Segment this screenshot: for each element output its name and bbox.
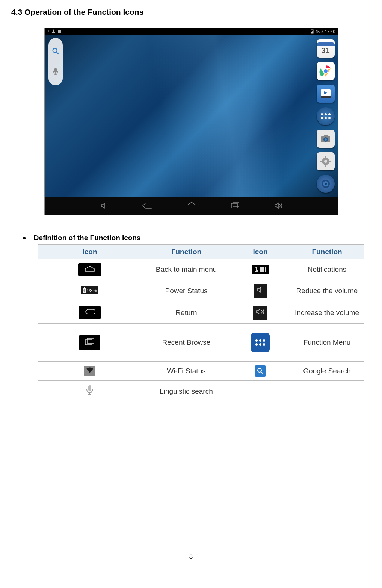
svg-point-20 (324, 160, 327, 163)
svg-point-17 (325, 138, 327, 141)
func-cell: Notifications (290, 259, 364, 280)
svg-rect-36 (85, 340, 92, 345)
table-row: 98% Power Status Reduce the volume (38, 280, 364, 302)
android-nav-bar (45, 197, 338, 215)
svg-point-25 (322, 180, 330, 188)
func-cell: Reduce the volume (290, 280, 364, 302)
col-func2: Function (290, 245, 364, 259)
svg-line-39 (261, 372, 263, 374)
apps-drawer-icon[interactable] (317, 107, 335, 125)
svg-rect-31 (261, 267, 263, 272)
back-nav-icon[interactable] (142, 202, 152, 210)
func-cell: Linguistic search (142, 381, 231, 402)
svg-rect-14 (321, 96, 331, 98)
svg-point-38 (258, 368, 261, 372)
table-row: Recent Browse Function Menu (38, 324, 364, 362)
svg-point-19 (322, 158, 329, 165)
func-cell: Back to main menu (142, 259, 231, 280)
google-search-icon (255, 365, 266, 377)
svg-point-16 (323, 137, 328, 142)
mic-icon (52, 67, 59, 76)
icon-definition-table: Icon Function Icon Function Back to main… (38, 244, 364, 402)
svg-point-11 (323, 69, 328, 73)
table-row: Wi-Fi Status Google Search (38, 362, 364, 381)
svg-rect-12 (321, 89, 331, 96)
settings-app-icon[interactable] (317, 152, 335, 170)
func-cell: Increase the volume (290, 302, 364, 324)
chrome-app-icon[interactable] (317, 62, 335, 80)
svg-rect-23 (320, 161, 323, 162)
home-nav-icon[interactable] (186, 202, 197, 210)
svg-rect-35 (84, 287, 85, 288)
table-header-row: Icon Function Icon Function (38, 245, 364, 259)
page-number: 8 (11, 552, 371, 561)
section-title: 4.3 Operation of the Function Icons (11, 8, 371, 17)
svg-point-10 (323, 69, 328, 73)
table-row: Return Increase the volume (38, 302, 364, 324)
svg-point-6 (53, 48, 57, 53)
return-icon (79, 306, 101, 319)
table-row: Linguistic search (38, 381, 364, 402)
screenshot-figure: 45% 17:40 31 (11, 28, 371, 215)
notifications-icon (252, 265, 269, 274)
power-status-icon: 98% (81, 286, 98, 294)
svg-rect-18 (324, 135, 328, 136)
col-func1: Function (142, 245, 231, 259)
table-row: Back to main menu Notifications (38, 259, 364, 280)
svg-rect-40 (88, 385, 91, 391)
android-status-bar: 45% 17:40 (45, 28, 338, 35)
bars-icon (57, 30, 61, 33)
speaker-app-icon[interactable] (317, 175, 335, 193)
svg-rect-3 (60, 30, 61, 33)
status-battery-percent: 45% (315, 29, 323, 34)
sub-heading: Definition of the Function Icons (23, 234, 371, 242)
svg-rect-1 (58, 30, 59, 33)
svg-marker-13 (324, 91, 327, 94)
func-cell: Return (142, 302, 231, 324)
svg-rect-28 (231, 203, 237, 208)
home-icon (78, 263, 101, 276)
svg-rect-30 (260, 267, 261, 272)
svg-rect-24 (329, 161, 331, 162)
recent-browse-icon (79, 335, 100, 350)
volume-up-nav-icon[interactable] (273, 202, 282, 210)
usb-icon (52, 29, 55, 34)
func-cell: Function Menu (290, 324, 364, 362)
svg-point-27 (325, 183, 327, 185)
func-cell: Google Search (290, 362, 364, 381)
volume-down-nav-icon[interactable] (100, 202, 108, 210)
col-icon1: Icon (38, 245, 142, 259)
function-menu-icon (250, 332, 271, 353)
svg-line-7 (56, 52, 58, 54)
func-cell: Power Status (142, 280, 231, 302)
svg-rect-8 (54, 68, 57, 73)
search-icon (51, 47, 60, 55)
linguistic-search-icon (86, 385, 94, 398)
svg-rect-0 (57, 30, 57, 33)
svg-rect-37 (87, 338, 94, 343)
video-app-icon[interactable] (317, 85, 335, 103)
svg-rect-15 (321, 136, 330, 142)
volume-down-icon (254, 284, 267, 298)
camera-app-icon[interactable] (317, 130, 335, 148)
volume-up-icon (253, 306, 267, 320)
func-cell: Recent Browse (142, 324, 231, 362)
recent-nav-icon[interactable] (231, 202, 240, 209)
svg-rect-32 (263, 267, 264, 272)
calendar-app-icon[interactable]: 31 (317, 39, 335, 58)
dock: 31 (317, 39, 335, 193)
wallpaper: 31 (45, 35, 338, 197)
wifi-icon (84, 366, 95, 376)
empty-cell (231, 381, 290, 402)
search-widget[interactable] (48, 38, 63, 85)
svg-point-9 (320, 65, 331, 77)
func-cell: Wi-Fi Status (142, 362, 231, 381)
status-time: 17:40 (325, 29, 335, 34)
svg-rect-33 (265, 267, 266, 272)
download-icon (47, 30, 51, 33)
svg-point-26 (323, 181, 328, 186)
battery-charging-icon (311, 29, 314, 34)
svg-rect-21 (325, 156, 326, 158)
svg-rect-22 (325, 164, 326, 167)
svg-rect-29 (233, 202, 239, 207)
